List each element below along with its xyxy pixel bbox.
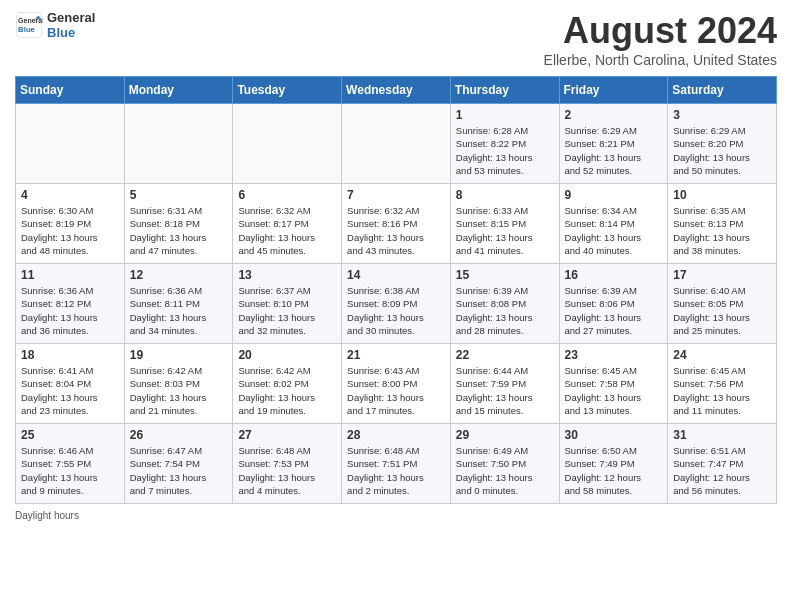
calendar-week-row: 11Sunrise: 6:36 AM Sunset: 8:12 PM Dayli… [16, 264, 777, 344]
day-number: 30 [565, 428, 663, 442]
day-number: 12 [130, 268, 228, 282]
day-number: 3 [673, 108, 771, 122]
calendar-cell: 22Sunrise: 6:44 AM Sunset: 7:59 PM Dayli… [450, 344, 559, 424]
day-info: Sunrise: 6:38 AM Sunset: 8:09 PM Dayligh… [347, 284, 445, 337]
day-number: 20 [238, 348, 336, 362]
calendar-cell: 7Sunrise: 6:32 AM Sunset: 8:16 PM Daylig… [342, 184, 451, 264]
calendar-cell: 30Sunrise: 6:50 AM Sunset: 7:49 PM Dayli… [559, 424, 668, 504]
day-number: 5 [130, 188, 228, 202]
calendar-day-header: Friday [559, 77, 668, 104]
day-info: Sunrise: 6:33 AM Sunset: 8:15 PM Dayligh… [456, 204, 554, 257]
calendar-cell: 6Sunrise: 6:32 AM Sunset: 8:17 PM Daylig… [233, 184, 342, 264]
title-block: August 2024 Ellerbe, North Carolina, Uni… [544, 10, 777, 68]
day-number: 14 [347, 268, 445, 282]
day-info: Sunrise: 6:29 AM Sunset: 8:21 PM Dayligh… [565, 124, 663, 177]
day-number: 28 [347, 428, 445, 442]
day-info: Sunrise: 6:39 AM Sunset: 8:08 PM Dayligh… [456, 284, 554, 337]
day-number: 4 [21, 188, 119, 202]
calendar-day-header: Saturday [668, 77, 777, 104]
calendar-week-row: 1Sunrise: 6:28 AM Sunset: 8:22 PM Daylig… [16, 104, 777, 184]
calendar-cell: 29Sunrise: 6:49 AM Sunset: 7:50 PM Dayli… [450, 424, 559, 504]
day-number: 17 [673, 268, 771, 282]
calendar-cell: 31Sunrise: 6:51 AM Sunset: 7:47 PM Dayli… [668, 424, 777, 504]
calendar-cell: 14Sunrise: 6:38 AM Sunset: 8:09 PM Dayli… [342, 264, 451, 344]
day-number: 2 [565, 108, 663, 122]
day-number: 6 [238, 188, 336, 202]
day-info: Sunrise: 6:29 AM Sunset: 8:20 PM Dayligh… [673, 124, 771, 177]
day-info: Sunrise: 6:41 AM Sunset: 8:04 PM Dayligh… [21, 364, 119, 417]
day-info: Sunrise: 6:42 AM Sunset: 8:02 PM Dayligh… [238, 364, 336, 417]
calendar-cell: 8Sunrise: 6:33 AM Sunset: 8:15 PM Daylig… [450, 184, 559, 264]
day-info: Sunrise: 6:31 AM Sunset: 8:18 PM Dayligh… [130, 204, 228, 257]
day-number: 27 [238, 428, 336, 442]
calendar-cell: 23Sunrise: 6:45 AM Sunset: 7:58 PM Dayli… [559, 344, 668, 424]
day-info: Sunrise: 6:37 AM Sunset: 8:10 PM Dayligh… [238, 284, 336, 337]
location-subtitle: Ellerbe, North Carolina, United States [544, 52, 777, 68]
day-info: Sunrise: 6:40 AM Sunset: 8:05 PM Dayligh… [673, 284, 771, 337]
calendar-day-header: Tuesday [233, 77, 342, 104]
day-info: Sunrise: 6:45 AM Sunset: 7:56 PM Dayligh… [673, 364, 771, 417]
calendar-cell: 26Sunrise: 6:47 AM Sunset: 7:54 PM Dayli… [124, 424, 233, 504]
day-number: 8 [456, 188, 554, 202]
calendar-cell: 21Sunrise: 6:43 AM Sunset: 8:00 PM Dayli… [342, 344, 451, 424]
day-info: Sunrise: 6:39 AM Sunset: 8:06 PM Dayligh… [565, 284, 663, 337]
daylight-hours-label: Daylight hours [15, 510, 79, 521]
day-info: Sunrise: 6:48 AM Sunset: 7:53 PM Dayligh… [238, 444, 336, 497]
day-info: Sunrise: 6:43 AM Sunset: 8:00 PM Dayligh… [347, 364, 445, 417]
day-number: 22 [456, 348, 554, 362]
day-info: Sunrise: 6:35 AM Sunset: 8:13 PM Dayligh… [673, 204, 771, 257]
day-number: 7 [347, 188, 445, 202]
day-info: Sunrise: 6:34 AM Sunset: 8:14 PM Dayligh… [565, 204, 663, 257]
day-number: 11 [21, 268, 119, 282]
calendar-cell: 15Sunrise: 6:39 AM Sunset: 8:08 PM Dayli… [450, 264, 559, 344]
calendar-cell: 3Sunrise: 6:29 AM Sunset: 8:20 PM Daylig… [668, 104, 777, 184]
calendar-day-header: Monday [124, 77, 233, 104]
calendar-week-row: 4Sunrise: 6:30 AM Sunset: 8:19 PM Daylig… [16, 184, 777, 264]
day-number: 26 [130, 428, 228, 442]
day-info: Sunrise: 6:45 AM Sunset: 7:58 PM Dayligh… [565, 364, 663, 417]
day-info: Sunrise: 6:36 AM Sunset: 8:11 PM Dayligh… [130, 284, 228, 337]
day-number: 29 [456, 428, 554, 442]
calendar-cell [124, 104, 233, 184]
calendar-cell: 20Sunrise: 6:42 AM Sunset: 8:02 PM Dayli… [233, 344, 342, 424]
calendar-week-row: 18Sunrise: 6:41 AM Sunset: 8:04 PM Dayli… [16, 344, 777, 424]
day-number: 15 [456, 268, 554, 282]
calendar-cell: 17Sunrise: 6:40 AM Sunset: 8:05 PM Dayli… [668, 264, 777, 344]
day-info: Sunrise: 6:48 AM Sunset: 7:51 PM Dayligh… [347, 444, 445, 497]
calendar-cell [342, 104, 451, 184]
day-info: Sunrise: 6:49 AM Sunset: 7:50 PM Dayligh… [456, 444, 554, 497]
logo-text: General Blue [47, 10, 95, 40]
calendar-cell: 24Sunrise: 6:45 AM Sunset: 7:56 PM Dayli… [668, 344, 777, 424]
calendar-cell: 12Sunrise: 6:36 AM Sunset: 8:11 PM Dayli… [124, 264, 233, 344]
calendar-cell: 10Sunrise: 6:35 AM Sunset: 8:13 PM Dayli… [668, 184, 777, 264]
calendar-cell: 11Sunrise: 6:36 AM Sunset: 8:12 PM Dayli… [16, 264, 125, 344]
footer: Daylight hours [15, 510, 777, 521]
day-number: 1 [456, 108, 554, 122]
calendar-cell: 9Sunrise: 6:34 AM Sunset: 8:14 PM Daylig… [559, 184, 668, 264]
logo-icon: General Blue [15, 11, 43, 39]
day-number: 10 [673, 188, 771, 202]
day-info: Sunrise: 6:47 AM Sunset: 7:54 PM Dayligh… [130, 444, 228, 497]
day-info: Sunrise: 6:28 AM Sunset: 8:22 PM Dayligh… [456, 124, 554, 177]
day-number: 13 [238, 268, 336, 282]
day-info: Sunrise: 6:46 AM Sunset: 7:55 PM Dayligh… [21, 444, 119, 497]
calendar-table: SundayMondayTuesdayWednesdayThursdayFrid… [15, 76, 777, 504]
day-number: 19 [130, 348, 228, 362]
calendar-cell [16, 104, 125, 184]
calendar-day-header: Wednesday [342, 77, 451, 104]
day-number: 18 [21, 348, 119, 362]
calendar-cell: 18Sunrise: 6:41 AM Sunset: 8:04 PM Dayli… [16, 344, 125, 424]
calendar-cell: 1Sunrise: 6:28 AM Sunset: 8:22 PM Daylig… [450, 104, 559, 184]
day-info: Sunrise: 6:44 AM Sunset: 7:59 PM Dayligh… [456, 364, 554, 417]
calendar-cell: 19Sunrise: 6:42 AM Sunset: 8:03 PM Dayli… [124, 344, 233, 424]
calendar-cell: 4Sunrise: 6:30 AM Sunset: 8:19 PM Daylig… [16, 184, 125, 264]
day-number: 16 [565, 268, 663, 282]
day-number: 25 [21, 428, 119, 442]
day-info: Sunrise: 6:50 AM Sunset: 7:49 PM Dayligh… [565, 444, 663, 497]
day-number: 21 [347, 348, 445, 362]
logo: General Blue General Blue [15, 10, 95, 40]
month-year-title: August 2024 [544, 10, 777, 52]
calendar-cell: 28Sunrise: 6:48 AM Sunset: 7:51 PM Dayli… [342, 424, 451, 504]
day-number: 23 [565, 348, 663, 362]
day-info: Sunrise: 6:32 AM Sunset: 8:17 PM Dayligh… [238, 204, 336, 257]
